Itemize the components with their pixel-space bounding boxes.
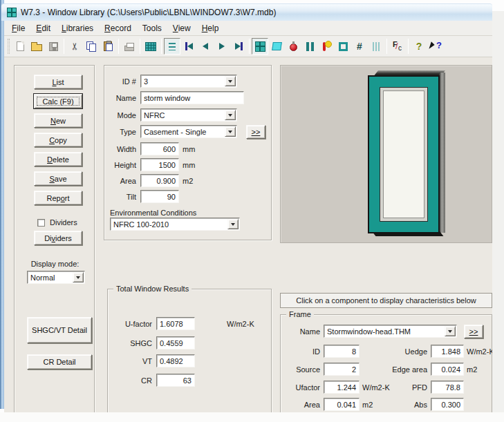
vt-field: 0.4892 xyxy=(156,354,195,367)
dividers-checkbox[interactable] xyxy=(37,219,45,227)
frame-library-icon xyxy=(339,42,348,51)
frame-ufactor-label: Ufactor xyxy=(281,381,320,394)
frame-id-label: ID xyxy=(281,345,320,358)
menu-help[interactable]: Help xyxy=(196,21,225,35)
title-bar[interactable]: W7.3 - Window Library (C:\Users\Public\L… xyxy=(1,3,492,21)
mode-label: Mode xyxy=(104,108,136,122)
type-value: Casement - Single xyxy=(141,128,225,136)
calc-button[interactable]: Calc (F9) xyxy=(34,94,82,108)
cr-detail-button[interactable]: CR Detail xyxy=(27,354,92,370)
shade-library-icon xyxy=(373,42,380,51)
frame-name-label: Name xyxy=(281,325,320,338)
list-view-button[interactable] xyxy=(164,38,180,55)
cut-button[interactable]: ✂ xyxy=(66,38,83,55)
frame-library-button[interactable] xyxy=(335,38,351,55)
toolbar-grip[interactable] xyxy=(8,39,10,54)
optical-calc-button[interactable]: F/c xyxy=(389,38,406,55)
menu-view[interactable]: View xyxy=(167,21,196,35)
window-form-group: ID # 3 Name Mode NFRC Type Casement - Si… xyxy=(104,65,272,240)
window-3d-drawing[interactable] xyxy=(368,70,445,236)
dividers-button[interactable]: Dividers xyxy=(34,231,82,245)
shgc-field: 0.4559 xyxy=(156,336,195,349)
save-record-button[interactable]: Save xyxy=(34,171,82,186)
cr-field: 63 xyxy=(156,374,195,387)
display-mode-label: Display mode: xyxy=(15,260,95,268)
type-detail-button[interactable]: >> xyxy=(246,125,265,139)
height-field[interactable]: 1500 xyxy=(140,158,179,171)
toolbar: ✂ # F/c ? ? xyxy=(4,36,492,57)
frame-name-select[interactable]: Stormwindow-head.THM xyxy=(324,325,457,338)
glazing-system-library-button[interactable] xyxy=(301,38,318,55)
menu-tools[interactable]: Tools xyxy=(137,21,167,35)
table-view-button[interactable] xyxy=(142,38,159,55)
new-document-button[interactable] xyxy=(12,38,28,55)
save-button[interactable] xyxy=(45,38,62,55)
new-button[interactable]: New xyxy=(34,113,82,128)
mode-select[interactable]: NFRC xyxy=(140,108,237,122)
area-label: Area xyxy=(104,174,136,187)
environmental-conditions-button[interactable] xyxy=(318,38,335,55)
source-field: 2 xyxy=(324,363,360,376)
frame-name-value: Stormwindow-head.THM xyxy=(324,327,445,336)
cut-icon: ✂ xyxy=(70,42,80,50)
frame-detail-button[interactable]: >> xyxy=(464,325,483,338)
delete-button[interactable]: Delete xyxy=(34,152,82,166)
last-record-button[interactable] xyxy=(230,38,247,55)
display-mode-select[interactable]: Normal xyxy=(27,271,85,284)
new-document-icon xyxy=(17,41,24,51)
edge-area-field: 0.024 xyxy=(431,363,464,376)
menu-record[interactable]: Record xyxy=(99,21,137,35)
id-select[interactable]: 3 xyxy=(140,75,237,88)
gas-library-button[interactable] xyxy=(285,38,301,55)
open-file-button[interactable] xyxy=(28,38,45,55)
type-select[interactable]: Casement - Single xyxy=(140,125,237,138)
first-record-button[interactable] xyxy=(180,38,197,55)
client-area: List Calc (F9) New Copy Delete Save Repo… xyxy=(4,57,492,412)
toolbar-separator xyxy=(386,39,387,54)
app-icon[interactable] xyxy=(7,8,17,17)
window-glass-component[interactable] xyxy=(383,90,424,218)
menu-libraries[interactable]: Libraries xyxy=(56,21,99,35)
paste-button[interactable] xyxy=(100,38,116,55)
help-button[interactable]: ? xyxy=(411,38,427,55)
list-button[interactable]: List xyxy=(34,75,82,89)
frame-id-field: 8 xyxy=(324,345,360,358)
glazing-library-button[interactable] xyxy=(268,38,285,55)
component-hint-banner: Click on a component to display characte… xyxy=(280,293,492,308)
print-button[interactable] xyxy=(121,38,138,55)
print-icon xyxy=(124,46,134,51)
copy-button[interactable] xyxy=(83,38,100,55)
divider-library-button[interactable]: # xyxy=(351,38,368,55)
table-view-icon xyxy=(145,42,156,51)
environmental-conditions-select[interactable]: NFRC 100-2010 xyxy=(110,218,240,231)
window-frame-component[interactable] xyxy=(368,75,440,233)
window-library-button[interactable] xyxy=(252,38,268,55)
menu-edit[interactable]: Edit xyxy=(30,21,56,35)
window-sash-component[interactable] xyxy=(380,87,428,222)
shgc-label: SHGC xyxy=(108,336,152,349)
abs-field: 0.300 xyxy=(431,398,464,411)
display-mode-value: Normal xyxy=(28,274,73,282)
next-record-button[interactable] xyxy=(214,38,230,55)
menu-file[interactable]: File xyxy=(6,21,30,35)
chevron-down-icon xyxy=(228,131,232,133)
toolbar-separator xyxy=(64,39,64,54)
width-field[interactable]: 600 xyxy=(140,142,179,155)
shgc-vt-detail-button[interactable]: SHGC/VT Detail xyxy=(27,317,92,343)
copy-record-button[interactable]: Copy xyxy=(34,133,82,147)
source-label: Source xyxy=(281,363,320,376)
frame-group-title: Frame xyxy=(286,310,314,318)
context-help-button[interactable]: ? xyxy=(427,38,444,55)
desktop-background xyxy=(0,412,504,422)
shade-library-button[interactable] xyxy=(368,38,384,55)
previous-record-button[interactable] xyxy=(197,38,214,55)
id-value: 3 xyxy=(141,77,225,86)
tilt-input[interactable] xyxy=(140,190,179,203)
type-label: Type xyxy=(104,125,136,138)
chevron-down-icon xyxy=(231,223,235,226)
environmental-conditions-label: Environmental Conditions xyxy=(110,209,196,217)
report-button[interactable]: Report xyxy=(34,191,82,205)
chevron-down-icon xyxy=(76,276,80,279)
name-input[interactable] xyxy=(140,91,244,104)
optical-calc-icon: F/c xyxy=(392,41,403,52)
